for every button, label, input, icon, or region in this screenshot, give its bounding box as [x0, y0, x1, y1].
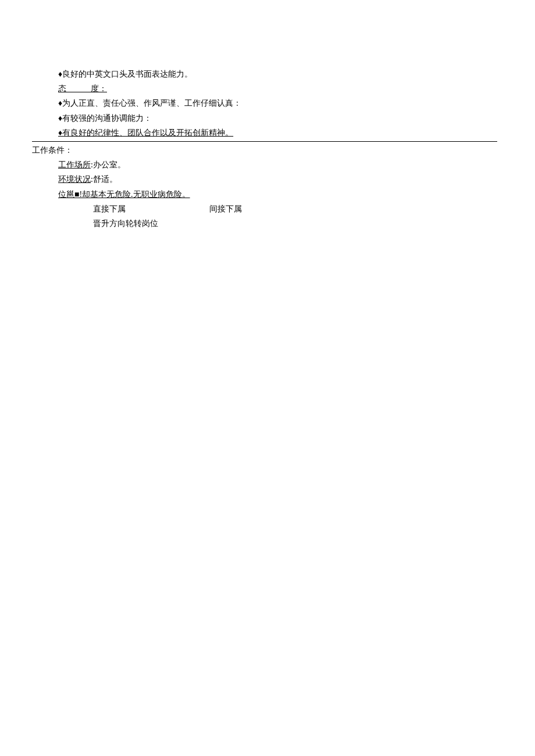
- attitude-item: ♦有良好的纪律性、团队合作以及开拓创新精神。: [0, 126, 535, 140]
- work-conditions-text: 工作条件：: [32, 146, 73, 155]
- attitude-label: 态 度：: [58, 84, 107, 93]
- danger-line: 位邕■!却基本无危险.无职业病危险。: [0, 187, 535, 202]
- bullet-line: ♦良好的中英文口头及书面表达能力。: [0, 67, 535, 81]
- promotion-row: 晋升方向轮转岗位: [0, 216, 535, 231]
- attitude-item-text: ♦有良好的纪律性、团队合作以及开拓创新精神。: [58, 128, 233, 137]
- direct-subordinate: 直接下属: [93, 202, 209, 216]
- env-value: :舒适。: [91, 175, 117, 184]
- env-label: 环境状况: [58, 175, 91, 184]
- work-conditions-label: 工作条件：: [0, 143, 535, 157]
- subordinate-row: 直接下属 间接下属: [0, 202, 535, 216]
- work-place-label: 工作场所: [58, 160, 91, 169]
- divider: [32, 141, 497, 142]
- attitude-label-line: 态 度：: [0, 81, 535, 96]
- danger-text: 位邕■!却基本无危险.无职业病危险。: [58, 190, 190, 199]
- indirect-subordinate: 间接下属: [209, 202, 242, 216]
- promotion-text: 晋升方向轮转岗位: [93, 219, 158, 228]
- bullet-text: ♦良好的中英文口头及书面表达能力。: [58, 70, 192, 78]
- work-place-value: :办公室。: [91, 160, 126, 169]
- attitude-item-text: ♦为人正直、责任心强、作风严谨、工作仔细认真：: [58, 99, 241, 108]
- work-place-line: 工作场所:办公室。: [0, 157, 535, 172]
- attitude-item-text: ♦有较强的沟通协调能力：: [58, 114, 152, 123]
- attitude-item: ♦为人正直、责任心强、作风严谨、工作仔细认真：: [0, 96, 535, 110]
- attitude-item: ♦有较强的沟通协调能力：: [0, 111, 535, 126]
- env-line: 环境状况:舒适。: [0, 172, 535, 187]
